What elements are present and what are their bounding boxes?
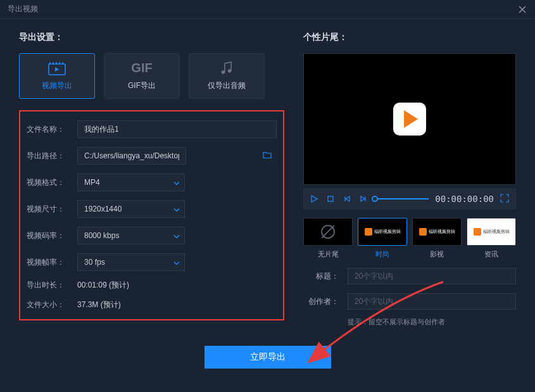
size-select[interactable]: [77, 200, 185, 218]
next-button[interactable]: [358, 194, 368, 204]
path-input[interactable]: [77, 147, 186, 165]
filename-input[interactable]: [77, 120, 277, 138]
format-label: 视频格式：: [27, 177, 77, 188]
author-label: 创作者：: [303, 296, 348, 307]
filesize-label: 文件大小：: [27, 300, 77, 310]
music-note-icon: [218, 61, 236, 75]
ending-fashion[interactable]: 福听视频剪辑 时尚: [358, 218, 407, 259]
fps-select[interactable]: [77, 253, 185, 271]
close-button[interactable]: [517, 4, 527, 15]
ending-movie[interactable]: 福听视频剪辑 影视: [412, 218, 462, 259]
svg-marker-1: [55, 67, 59, 72]
tab-label: 仅导出音频: [208, 80, 246, 91]
window-title: 导出视频: [8, 4, 517, 15]
film-icon: [48, 61, 66, 75]
seek-slider[interactable]: [375, 198, 429, 199]
filesize-value: 37.3M (预计): [77, 300, 121, 310]
author-input[interactable]: [348, 293, 516, 310]
format-select[interactable]: [77, 174, 185, 191]
size-label: 视频尺寸：: [27, 204, 77, 215]
ending-none[interactable]: 无片尾: [303, 218, 353, 259]
title-label: 标题：: [303, 271, 348, 282]
filename-label: 文件名称：: [27, 124, 77, 135]
export-settings-heading: 导出设置：: [19, 32, 284, 43]
duration-label: 导出时长：: [27, 280, 77, 291]
none-icon: [321, 225, 335, 239]
tab-label: 视频导出: [42, 80, 72, 91]
title-input[interactable]: [348, 268, 516, 284]
play-button[interactable]: [309, 194, 319, 204]
svg-marker-4: [312, 196, 317, 202]
tab-label: GIF导出: [128, 80, 156, 91]
path-label: 导出路径：: [27, 151, 77, 161]
bitrate-label: 视频码率：: [27, 231, 77, 241]
gif-icon: GIF: [133, 61, 151, 75]
preview-logo-icon: [393, 103, 426, 136]
hint-text: 提示：留空不展示标题与创作者: [348, 317, 516, 327]
export-form: 文件名称： 导出路径： 视频格式： 视频尺: [19, 110, 284, 320]
duration-value: 00:01:09 (预计): [77, 280, 129, 291]
tab-audio-export[interactable]: 仅导出音频: [189, 53, 265, 99]
svg-point-3: [228, 69, 232, 73]
export-button[interactable]: 立即导出: [205, 346, 331, 369]
browse-folder-button[interactable]: [263, 151, 272, 161]
bitrate-select[interactable]: [77, 227, 185, 244]
video-preview: [303, 53, 516, 185]
svg-rect-5: [328, 196, 333, 201]
ending-news[interactable]: 福听视频剪辑 资讯: [467, 218, 516, 259]
tab-video-export[interactable]: 视频导出: [19, 53, 95, 99]
fps-label: 视频帧率：: [27, 257, 77, 268]
export-mode-tabs: 视频导出 GIF GIF导出 仅导出音频: [19, 53, 284, 99]
prev-button[interactable]: [342, 194, 352, 204]
tab-gif-export[interactable]: GIF GIF导出: [104, 53, 180, 99]
timecode: 00:00:00:00: [435, 194, 494, 204]
player-controls: 00:00:00:00: [303, 189, 516, 209]
svg-point-2: [222, 70, 225, 74]
ending-style-selector: 无片尾 福听视频剪辑 时尚 福听视频剪辑 影视 福听视频剪辑 资讯: [303, 218, 516, 259]
fullscreen-button[interactable]: [500, 194, 510, 204]
ending-heading: 个性片尾：: [303, 32, 516, 43]
stop-button[interactable]: [325, 194, 336, 204]
